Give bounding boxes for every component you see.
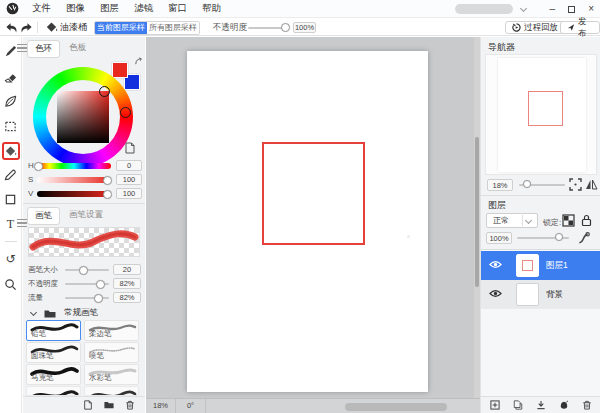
tab-all-layers-sample[interactable]: 所有图层采样: [147, 22, 199, 34]
value-slider-handle[interactable]: [103, 190, 112, 199]
saturation-value-square[interactable]: [57, 91, 109, 143]
canvas-area[interactable]: 18% 0°: [146, 37, 480, 413]
brush-item-soft[interactable]: 柔边笔: [84, 320, 139, 341]
brush-size-value[interactable]: 20: [113, 264, 141, 275]
brush-flow-value[interactable]: 82%: [113, 292, 141, 303]
swap-colors-icon[interactable]: [134, 57, 143, 66]
horizontal-scrollbar[interactable]: [206, 399, 480, 413]
process-playback-button[interactable]: 过程回放: [505, 21, 565, 34]
navigator-title: 导航器: [488, 41, 515, 54]
eyedropper-tool[interactable]: [2, 165, 20, 183]
layer-opacity-value[interactable]: 100%: [486, 232, 512, 244]
duplicate-layer-icon[interactable]: [513, 400, 523, 410]
brush-item-ballpoint[interactable]: 圆珠笔: [26, 342, 81, 363]
chevron-down-icon[interactable]: [520, 5, 527, 12]
saturation-slider-handle[interactable]: [103, 176, 112, 185]
clear-layer-icon[interactable]: [559, 400, 569, 410]
opacity-slider-handle[interactable]: [281, 23, 290, 32]
navigator-page: [498, 58, 586, 172]
magnifier-icon: [4, 278, 17, 291]
maximize-button[interactable]: [568, 6, 575, 13]
layer-opacity-handle[interactable]: [555, 233, 563, 241]
brush-group-header[interactable]: 常规画笔: [31, 307, 98, 319]
visibility-eye-icon[interactable]: [489, 289, 502, 300]
brush-flow-handle[interactable]: [94, 294, 103, 303]
sv-marker[interactable]: [99, 86, 110, 97]
value-slider[interactable]: [37, 191, 111, 197]
lock-icon[interactable]: [580, 214, 593, 227]
brush-item-partial[interactable]: [26, 386, 81, 396]
layer-extra-icon[interactable]: [577, 232, 588, 243]
undo-icon[interactable]: [5, 21, 18, 34]
select-tool[interactable]: [2, 117, 20, 135]
blur-tool[interactable]: [2, 92, 20, 110]
eraser-tool[interactable]: [2, 67, 20, 85]
redo-icon[interactable]: [20, 21, 33, 34]
foreground-color-swatch[interactable]: [112, 62, 128, 78]
hue-value[interactable]: 0: [116, 160, 142, 171]
menu-help[interactable]: 帮助: [202, 2, 221, 15]
playback-icon: [512, 23, 521, 32]
menu-window[interactable]: 窗口: [168, 2, 187, 15]
navigator-zoom-handle[interactable]: [523, 180, 531, 188]
trash-icon[interactable]: [125, 400, 135, 410]
opacity-value[interactable]: 100%: [293, 22, 316, 33]
delete-layer-icon[interactable]: [582, 400, 592, 410]
brush-size-handle[interactable]: [79, 266, 88, 275]
layer-row-layer1[interactable]: 图层1: [481, 251, 600, 280]
hue-slider[interactable]: [37, 163, 111, 169]
tab-brush-settings[interactable]: 画笔设置: [62, 207, 110, 225]
flip-horizontal-icon[interactable]: [585, 178, 598, 191]
horizontal-scrollbar-thumb[interactable]: [345, 403, 447, 411]
tab-color-wheel[interactable]: 色环: [27, 40, 60, 58]
blend-mode-select[interactable]: 正常: [486, 213, 538, 228]
menu-filter[interactable]: 滤镜: [134, 2, 153, 15]
shape-tool[interactable]: [2, 190, 20, 208]
publish-button[interactable]: 发布: [560, 21, 600, 34]
menu-image[interactable]: 图像: [66, 2, 85, 15]
menu-layer[interactable]: 图层: [100, 2, 119, 15]
zoom-level[interactable]: 18%: [146, 399, 176, 413]
saturation-value[interactable]: 100: [116, 174, 142, 185]
minimize-button[interactable]: –: [550, 0, 556, 18]
brush-opacity-value[interactable]: 82%: [113, 278, 141, 289]
new-swatch-icon[interactable]: [125, 142, 135, 154]
titlebar-dropdown[interactable]: [455, 4, 513, 14]
fit-to-screen-icon[interactable]: [569, 178, 582, 191]
tab-brush[interactable]: 画笔: [27, 207, 60, 225]
visibility-eye-icon[interactable]: [489, 260, 502, 271]
brush-name: 喷笔: [89, 351, 104, 361]
new-layer-icon[interactable]: [490, 400, 500, 410]
new-brush-icon[interactable]: [83, 400, 93, 410]
brush-panel-menu-icon[interactable]: [17, 219, 27, 227]
brush-item-watercolor[interactable]: 水彩笔: [84, 364, 139, 385]
sample-mode-tabs: 当前图层采样 所有图层采样: [94, 21, 200, 35]
value-value[interactable]: 100: [116, 188, 142, 199]
tab-color-swatches[interactable]: 色板: [62, 40, 93, 58]
rotate-canvas-tool[interactable]: ↺: [2, 250, 20, 268]
rotation-angle[interactable]: 0°: [176, 399, 206, 413]
chevron-down-icon: [525, 217, 532, 224]
navigator-zoom-value[interactable]: 18%: [487, 179, 513, 191]
alpha-lock-icon[interactable]: [562, 214, 575, 227]
brush-item-pencil[interactable]: 铅笔: [26, 320, 81, 341]
navigator-preview[interactable]: [485, 54, 597, 175]
brush-item-marker[interactable]: 马克笔: [26, 364, 81, 385]
vertical-scrollbar-thumb[interactable]: [475, 137, 479, 287]
new-folder-icon[interactable]: [104, 400, 114, 410]
menu-file[interactable]: 文件: [32, 2, 51, 15]
brush-item-partial[interactable]: [84, 386, 139, 396]
bucket-tool-selected[interactable]: [2, 142, 20, 160]
brush-name: 马克笔: [31, 373, 54, 383]
layer-row-background[interactable]: 背景: [481, 280, 600, 309]
hue-slider-handle[interactable]: [34, 162, 43, 171]
brush-opacity-handle[interactable]: [96, 280, 105, 289]
brush-item-airbrush[interactable]: 喷笔: [84, 342, 139, 363]
merge-down-icon[interactable]: [536, 400, 546, 410]
left-panel: 色环 色板 H 0 S 100 V: [23, 37, 145, 413]
zoom-tool[interactable]: [2, 275, 20, 293]
saturation-slider[interactable]: [37, 177, 111, 183]
color-panel-menu-icon[interactable]: [17, 44, 27, 52]
tab-current-layer-sample[interactable]: 当前图层采样: [95, 22, 147, 34]
hue-marker[interactable]: [120, 107, 131, 118]
